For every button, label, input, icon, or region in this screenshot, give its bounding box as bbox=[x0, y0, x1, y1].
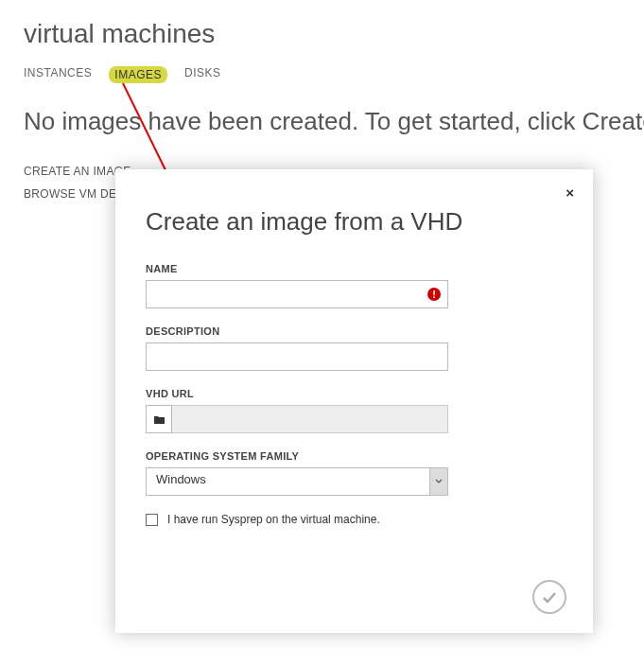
vhd-url-field-group: VHD URL bbox=[146, 388, 563, 433]
vhd-url-input[interactable] bbox=[172, 405, 448, 433]
name-field-group: NAME ! bbox=[146, 263, 563, 308]
os-family-label: OPERATING SYSTEM FAMILY bbox=[146, 450, 563, 462]
create-image-modal: × Create an image from a VHD NAME ! DESC… bbox=[115, 169, 593, 633]
sysprep-checkbox-row: I have run Sysprep on the virtual machin… bbox=[146, 513, 563, 526]
name-label: NAME bbox=[146, 263, 563, 274]
sysprep-checkbox[interactable] bbox=[146, 514, 158, 526]
tab-instances[interactable]: INSTANCES bbox=[24, 66, 92, 83]
sysprep-label: I have run Sysprep on the virtual machin… bbox=[167, 513, 380, 526]
empty-state-message: No images have been created. To get star… bbox=[24, 104, 644, 138]
os-family-select[interactable]: Windows bbox=[146, 467, 448, 496]
description-field-group: DESCRIPTION bbox=[146, 325, 563, 371]
description-label: DESCRIPTION bbox=[146, 325, 563, 337]
error-icon: ! bbox=[427, 288, 441, 301]
vhd-url-label: VHD URL bbox=[146, 388, 563, 399]
modal-title: Create an image from a VHD bbox=[146, 207, 563, 237]
close-button[interactable]: × bbox=[566, 184, 574, 201]
ok-button[interactable] bbox=[532, 580, 566, 614]
tab-disks[interactable]: DISKS bbox=[184, 66, 221, 83]
check-icon bbox=[541, 588, 558, 606]
description-input[interactable] bbox=[146, 342, 448, 371]
tab-bar: INSTANCES IMAGES DISKS bbox=[24, 66, 644, 83]
folder-icon bbox=[153, 414, 165, 425]
tab-images[interactable]: IMAGES bbox=[109, 66, 167, 83]
os-family-field-group: OPERATING SYSTEM FAMILY Windows bbox=[146, 450, 563, 496]
browse-vhd-button[interactable] bbox=[146, 405, 172, 433]
close-icon: × bbox=[566, 184, 574, 201]
page-title: virtual machines bbox=[24, 19, 644, 49]
name-input[interactable] bbox=[146, 280, 448, 308]
